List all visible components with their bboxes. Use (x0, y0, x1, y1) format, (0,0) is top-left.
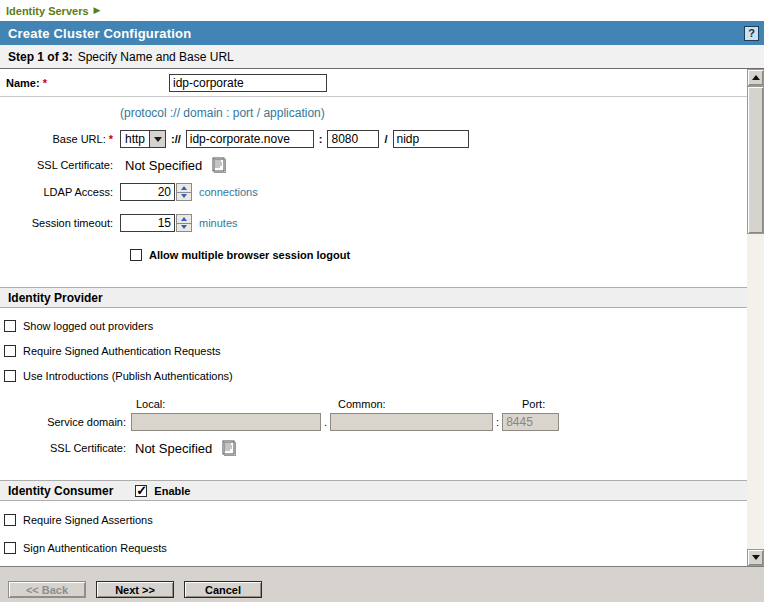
domain-input[interactable] (186, 130, 314, 148)
arrow-down-icon (181, 194, 187, 198)
chevron-down-icon (154, 137, 162, 142)
allow-multiple-logout-label: Allow multiple browser session logout (149, 249, 350, 261)
page-titlebar: Create Cluster Configuration ? (0, 21, 764, 45)
required-asterisk: * (109, 133, 113, 145)
step-bar: Step 1 of 3: Specify Name and Base URL (0, 45, 764, 69)
breadcrumb-arrow-icon: ▶ (94, 6, 101, 15)
column-port-label: Port: (522, 398, 545, 410)
step-title: Specify Name and Base URL (78, 50, 234, 64)
identity-consumer-title: Identity Consumer (8, 484, 113, 498)
next-button[interactable]: Next >> (96, 581, 174, 598)
idp-ssl-certificate-label: SSL Certificate: (0, 442, 131, 454)
use-introductions-checkbox[interactable] (4, 370, 16, 382)
base-url-row: Base URL:* http :// : / (0, 130, 747, 148)
ssl-certificate-row: SSL Certificate: Not Specified (0, 157, 747, 173)
vertical-scrollbar[interactable] (747, 69, 764, 566)
require-signed-auth-requests-row: Require Signed Authentication Requests (4, 345, 747, 357)
spinner-down-button[interactable] (176, 193, 192, 202)
ldap-access-input[interactable] (120, 183, 175, 201)
cancel-button[interactable]: Cancel (184, 581, 262, 598)
identity-provider-section-header: Identity Provider (0, 287, 747, 308)
session-timeout-label: Session timeout: (0, 217, 118, 229)
ssl-certificate-browse-icon[interactable] (211, 157, 227, 173)
application-input[interactable] (393, 130, 469, 148)
ldap-access-spinner (176, 183, 192, 201)
base-url-label: Base URL:* (0, 133, 118, 145)
idp-ssl-certificate-browse-icon[interactable] (221, 440, 237, 456)
session-timeout-spinner (176, 214, 192, 232)
require-signed-auth-requests-checkbox[interactable] (4, 345, 16, 357)
show-logged-out-providers-row: Show logged out providers (4, 320, 747, 332)
service-domain-column-headers: Local: Common: Port: (0, 398, 747, 410)
service-domain-local-input (131, 413, 321, 431)
ldap-access-label: LDAP Access: (0, 186, 118, 198)
app-window: Identity Servers ▶ Create Cluster Config… (0, 0, 764, 602)
spinner-up-button[interactable] (176, 214, 192, 224)
identity-consumer-section-header: Identity Consumer Enable (0, 480, 747, 501)
sign-auth-requests-checkbox[interactable] (4, 542, 16, 554)
allow-multiple-logout-checkbox[interactable] (130, 249, 142, 261)
name-row: Name:* (0, 69, 747, 97)
protocol-select[interactable]: http (120, 130, 166, 148)
service-domain-common-input (330, 413, 493, 431)
scroll-thumb[interactable] (747, 86, 764, 234)
name-label: Name:* (6, 77, 169, 89)
identity-consumer-enable-label: Enable (154, 485, 190, 497)
require-signed-assertions-label: Require Signed Assertions (23, 514, 153, 526)
scroll-up-button[interactable] (747, 69, 764, 86)
arrow-up-icon (181, 186, 187, 190)
ldap-access-row: LDAP Access: connections (0, 183, 747, 201)
port-separator: : (319, 133, 323, 145)
arrow-up-icon (181, 217, 187, 221)
use-introductions-label: Use Introductions (Publish Authenticatio… (23, 370, 233, 382)
arrow-up-icon (752, 75, 760, 80)
footer-bar: << Back Next >> Cancel (0, 566, 764, 602)
scroll-down-button[interactable] (747, 549, 764, 566)
ssl-certificate-value: Not Specified (125, 158, 202, 173)
column-common-label: Common: (338, 398, 522, 410)
service-domain-row: Service domain: . : (0, 413, 747, 431)
require-signed-auth-requests-label: Require Signed Authentication Requests (23, 345, 221, 357)
breadcrumb: Identity Servers ▶ (0, 0, 764, 21)
page-title: Create Cluster Configuration (8, 26, 744, 41)
form-main: Name:* (protocol :// domain : port / app… (0, 69, 747, 566)
arrow-down-icon (752, 555, 760, 560)
required-asterisk: * (43, 77, 47, 89)
protocol-dropdown-button[interactable] (149, 131, 165, 147)
identity-provider-title: Identity Provider (8, 291, 103, 305)
column-spacer (0, 398, 136, 410)
show-logged-out-providers-label: Show logged out providers (23, 320, 153, 332)
spinner-down-button[interactable] (176, 224, 192, 233)
form-content: Name:* (protocol :// domain : port / app… (0, 69, 764, 566)
arrow-down-icon (181, 225, 187, 229)
ldap-access-unit: connections (199, 186, 258, 198)
step-number: Step 1 of 3: (8, 50, 73, 64)
session-timeout-unit: minutes (199, 217, 238, 229)
spinner-up-button[interactable] (176, 183, 192, 193)
ssl-certificate-label: SSL Certificate: (0, 159, 118, 171)
require-signed-assertions-checkbox[interactable] (4, 514, 16, 526)
service-domain-dot: . (324, 416, 327, 428)
service-domain-label: Service domain: (0, 416, 131, 428)
service-domain-colon: : (496, 416, 499, 428)
back-button[interactable]: << Back (8, 581, 86, 598)
breadcrumb-identity-servers[interactable]: Identity Servers (6, 5, 89, 17)
idp-ssl-certificate-value: Not Specified (135, 441, 212, 456)
session-timeout-input[interactable] (120, 214, 175, 232)
require-signed-assertions-row: Require Signed Assertions (4, 514, 747, 526)
help-button[interactable]: ? (744, 26, 759, 41)
sign-auth-requests-label: Sign Authentication Requests (23, 542, 167, 554)
name-input[interactable] (169, 74, 327, 92)
session-timeout-row: Session timeout: minutes (0, 214, 747, 232)
port-input[interactable] (327, 130, 379, 148)
column-local-label: Local: (136, 398, 338, 410)
base-url-hint: (protocol :// domain : port / applicatio… (120, 106, 747, 120)
protocol-value: http (121, 131, 149, 147)
app-separator: / (384, 133, 387, 145)
show-logged-out-providers-checkbox[interactable] (4, 320, 16, 332)
service-domain-port-input (502, 413, 559, 431)
use-introductions-row: Use Introductions (Publish Authenticatio… (4, 370, 747, 382)
protocol-separator: :// (171, 133, 181, 145)
sign-auth-requests-row: Sign Authentication Requests (4, 542, 747, 554)
identity-consumer-enable-checkbox[interactable] (135, 485, 147, 497)
